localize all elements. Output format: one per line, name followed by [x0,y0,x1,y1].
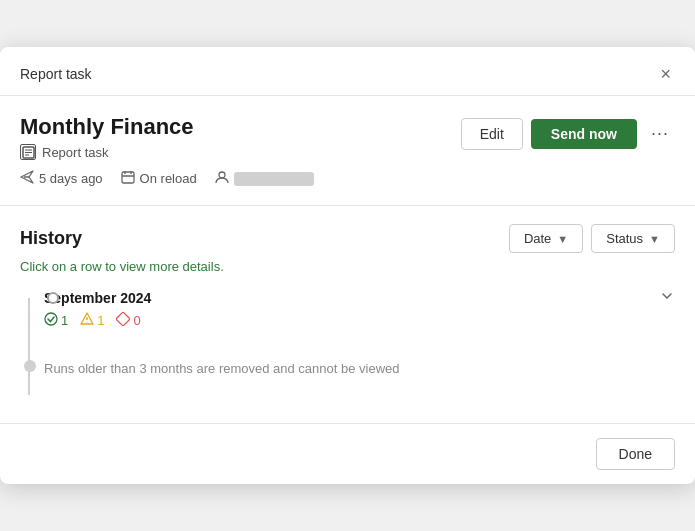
date-filter-label: Date [524,231,551,246]
task-type-label: Report task [42,145,108,160]
status-chevron-icon: ▼ [649,233,660,245]
close-button[interactable]: × [656,63,675,85]
stat-warning: 1 [80,312,104,329]
skip-count: 0 [133,313,140,328]
svg-point-10 [45,313,57,325]
task-name: Monthly Finance [20,114,194,140]
modal-header: Report task × [0,47,695,96]
svg-rect-5 [122,172,134,183]
timeline-line [28,298,30,395]
task-meta: 5 days ago On reload [20,170,675,187]
edit-button[interactable]: Edit [461,118,523,150]
svg-point-12 [87,322,88,323]
calendar-icon [121,170,135,187]
skip-icon [116,312,130,329]
history-entry-header: September 2024 [44,288,675,308]
modal-title: Report task [20,66,92,82]
history-section: History Date ▼ Status ▼ Click on a row t… [0,206,695,413]
reload-meta: On reload [121,170,197,187]
old-runs-dot [24,360,36,372]
user-meta [215,170,314,187]
date-filter-button[interactable]: Date ▼ [509,224,583,253]
old-runs-text: Runs older than 3 months are removed and… [44,361,400,376]
task-type: Report task [20,144,194,160]
success-count: 1 [61,313,68,328]
send-now-button[interactable]: Send now [531,119,637,149]
status-filter-button[interactable]: Status ▼ [591,224,675,253]
success-icon [44,312,58,329]
click-hint-text: Click on a row to view more details. [20,259,224,274]
stat-success: 1 [44,312,68,329]
sent-ago-label: 5 days ago [39,171,103,186]
history-entry[interactable]: September 2024 [44,288,675,395]
modal-footer: Done [0,423,695,484]
stat-skip: 0 [116,312,140,329]
send-icon [20,170,34,187]
history-month: September 2024 [44,290,151,306]
report-task-icon [20,144,36,160]
history-title: History [20,228,82,249]
reload-label: On reload [140,171,197,186]
task-info: Monthly Finance Report task [20,114,194,160]
action-buttons: Edit Send now ··· [461,118,675,150]
date-chevron-icon: ▼ [557,233,568,245]
history-timeline: September 2024 [20,288,675,395]
filter-buttons: Date ▼ Status ▼ [509,224,675,253]
modal-body: Monthly Finance Report task Edit S [0,96,695,187]
user-avatar-placeholder [234,172,314,186]
history-top: History Date ▼ Status ▼ [20,224,675,253]
more-options-button[interactable]: ··· [645,119,675,148]
status-filter-label: Status [606,231,643,246]
svg-point-9 [219,172,225,178]
sent-ago-meta: 5 days ago [20,170,103,187]
svg-rect-13 [116,312,130,326]
user-icon [215,170,229,187]
task-top: Monthly Finance Report task Edit S [20,114,675,160]
warning-icon [80,312,94,329]
history-stats: 1 1 [44,312,675,329]
old-runs-note: Runs older than 3 months are removed and… [44,359,675,395]
warning-count: 1 [97,313,104,328]
click-hint: Click on a row to view more details. [20,259,675,274]
report-task-modal: Report task × Monthly Finance Report ta [0,47,695,484]
done-button[interactable]: Done [596,438,675,470]
expand-button[interactable] [659,288,675,308]
